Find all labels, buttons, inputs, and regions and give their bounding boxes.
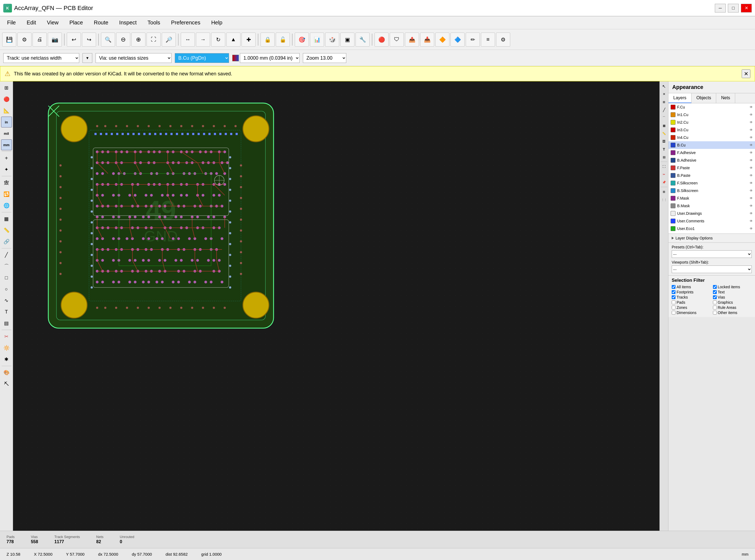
draw-bezier-button[interactable]: ∿ [1, 295, 12, 306]
import-button[interactable]: 📥 [420, 33, 434, 47]
snap-button[interactable]: ✦ [1, 164, 12, 175]
menu-item-place[interactable]: Place [64, 18, 88, 27]
redo-button[interactable]: ↪ [82, 33, 96, 47]
draw-rect-button[interactable]: □ [1, 272, 12, 283]
menu-item-preferences[interactable]: Preferences [166, 18, 205, 27]
layer-item-user-drawings[interactable]: User.Drawings 👁 [669, 209, 755, 217]
layer-eye-icon[interactable]: 👁 [750, 189, 753, 193]
box-tool[interactable]: ▤ [660, 153, 668, 161]
save-button[interactable]: 💾 [2, 33, 16, 47]
layer-eye-icon[interactable]: 👁 [750, 166, 753, 170]
grid-btn-r[interactable]: ⊞ [660, 98, 668, 106]
arc-tool[interactable]: ⌒ [660, 114, 668, 121]
sf-check-graphics[interactable] [713, 300, 717, 304]
board-setup-button[interactable]: ⚙ [17, 33, 32, 47]
layer-eye-icon[interactable]: 👁 [750, 158, 753, 162]
sf-check-rule-areas[interactable] [713, 306, 717, 309]
layer-item-f-silkscreen[interactable]: F.Silkscreen 👁 [669, 179, 755, 187]
sf-item-other-items[interactable]: Other items [713, 311, 752, 315]
menu-item-route[interactable]: Route [89, 18, 113, 27]
layer-item-in4-cu[interactable]: In4.Cu 👁 [669, 134, 755, 141]
info-close-button[interactable]: ✕ [742, 69, 750, 78]
sf-item-text[interactable]: Text [713, 290, 752, 294]
sf-item-graphics[interactable]: Graphics [713, 300, 752, 304]
group-button[interactable]: ▲ [226, 33, 240, 47]
menu-item-help[interactable]: Help [206, 18, 227, 27]
footprint-button[interactable]: 🔶 [435, 33, 449, 47]
layer-item-b-cu[interactable]: B.Cu 👁 [669, 141, 755, 149]
sf-check-footprints[interactable] [672, 290, 676, 294]
ratsnest-button[interactable]: 🕸 [1, 177, 12, 188]
layer-item-b-paste[interactable]: B.Paste 👁 [669, 172, 755, 179]
zoom-out-button[interactable]: ⊖ [116, 33, 130, 47]
highlight-net-button[interactable]: 🔴 [374, 33, 389, 47]
calculator-button[interactable]: ▣ [340, 33, 354, 47]
menu-item-file[interactable]: File [2, 18, 21, 27]
sf-check-tracks[interactable] [672, 295, 676, 299]
ruler-button[interactable]: 📏 [1, 225, 12, 236]
layer-eye-icon[interactable]: 👁 [750, 181, 753, 185]
layer-item-in1-cu[interactable]: In1.Cu 👁 [669, 111, 755, 119]
pcb-canvas[interactable]: 49 GND [13, 81, 668, 531]
layer-display-options-toggle[interactable]: Layer Display Options [669, 234, 755, 242]
sf-check-all-items[interactable] [672, 285, 676, 289]
layer-eye-icon[interactable]: 👁 [750, 136, 753, 139]
add-text-button[interactable]: T [1, 306, 12, 317]
layer-item-f-cu[interactable]: F.Cu 👁 [669, 103, 755, 111]
grid-tool-2[interactable]: ⋮⋮ [660, 196, 668, 203]
layer-item-f-adhesive[interactable]: F.Adhesive 👁 [669, 149, 755, 157]
select-tool[interactable]: ✕ [660, 90, 668, 98]
menu-item-edit[interactable]: Edit [22, 18, 41, 27]
crosshair-button[interactable]: + [1, 153, 12, 163]
flip-button[interactable]: ↔ [181, 33, 195, 47]
mm-button[interactable]: mm [1, 139, 12, 150]
menu-item-inspect[interactable]: Inspect [114, 18, 141, 27]
menu-item-tools[interactable]: Tools [143, 18, 165, 27]
layer-item-f-paste[interactable]: F.Paste 👁 [669, 164, 755, 172]
draw-line-button[interactable]: ╱ [1, 249, 12, 260]
layer-item-in2-cu[interactable]: In2.Cu 👁 [669, 119, 755, 126]
update-button[interactable]: 🔷 [450, 33, 465, 47]
layer-item-user-eco1[interactable]: User.Eco1 👁 [669, 225, 755, 233]
sf-item-all-items[interactable]: All items [672, 285, 711, 289]
layer-item-user-comments[interactable]: User.Comments 👁 [669, 217, 755, 225]
sf-item-zones[interactable]: Zones [672, 305, 711, 310]
netlist-button[interactable]: ≡ [481, 33, 495, 47]
sf-item-vias[interactable]: Vias [713, 295, 752, 299]
layer-eye-icon[interactable]: 👁 [750, 105, 753, 109]
maximize-button[interactable]: □ [728, 4, 739, 13]
grid-toggle-button[interactable]: ▦ [1, 214, 12, 224]
snap-angle-tool[interactable]: ⛶ [660, 163, 668, 170]
layer-eye-icon[interactable]: 👁 [750, 113, 753, 117]
net-inspector-button[interactable]: 📊 [310, 33, 324, 47]
cut-tool[interactable]: ✂ [660, 171, 668, 178]
select-button[interactable]: ⊞ [1, 82, 12, 93]
ungroup-button[interactable]: ✚ [241, 33, 256, 47]
menu-item-view[interactable]: View [42, 18, 63, 27]
net-pad-button[interactable]: 🌐 [1, 200, 12, 211]
zoom-in-button[interactable]: ⊕ [131, 33, 146, 47]
sf-item-rule-areas[interactable]: Rule Areas [713, 305, 752, 310]
export-button[interactable]: 📤 [405, 33, 419, 47]
tab-layers[interactable]: Layers [669, 93, 692, 103]
drc-lt-button[interactable]: ⛏ [1, 379, 12, 389]
layer-eye-icon[interactable]: 👁 [750, 151, 753, 155]
measure-lt-button[interactable]: 📐 [1, 105, 12, 116]
find-button[interactable]: 🔍 [101, 33, 115, 47]
print-button[interactable]: 🖨 [33, 33, 47, 47]
minimize-button[interactable]: ─ [715, 4, 726, 13]
presets-shift-select[interactable]: --- [672, 265, 752, 273]
rotate-button[interactable]: ↻ [211, 33, 225, 47]
layer-eye-icon[interactable]: 👁 [750, 204, 753, 208]
close-button[interactable]: ✕ [741, 4, 752, 13]
sf-check-vias[interactable] [713, 295, 717, 299]
sf-item-tracks[interactable]: Tracks [672, 295, 711, 299]
text-tool-r[interactable]: T [660, 145, 668, 153]
layer-item-f-mask[interactable]: F.Mask 👁 [669, 195, 755, 202]
zoom-select-button[interactable]: 🔎 [162, 33, 176, 47]
erase-button[interactable]: ✱ [1, 354, 12, 365]
ruler-tool[interactable]: 📏 [660, 129, 668, 137]
layer-eye-icon[interactable]: 👁 [750, 227, 753, 231]
inches-button[interactable]: in [1, 117, 12, 127]
draw-arc-button[interactable]: ⌒ [1, 261, 12, 272]
